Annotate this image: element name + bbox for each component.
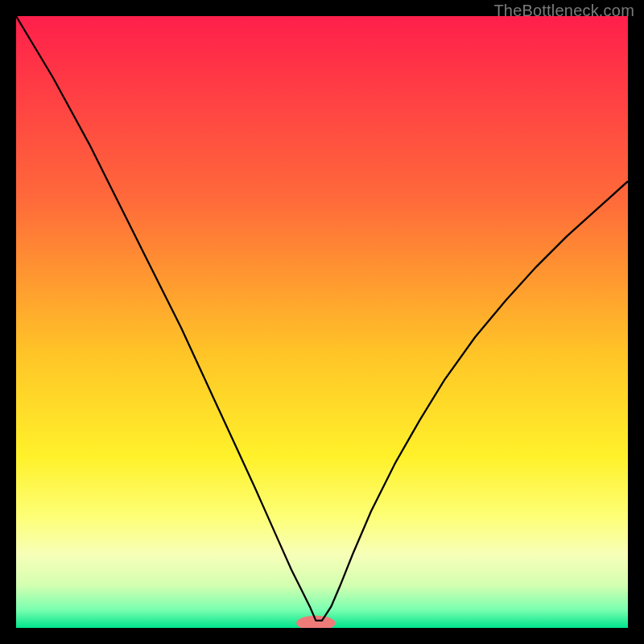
plot-background (16, 16, 628, 628)
chart-container: TheBottleneck.com (0, 0, 644, 644)
bottleneck-chart (16, 16, 628, 628)
